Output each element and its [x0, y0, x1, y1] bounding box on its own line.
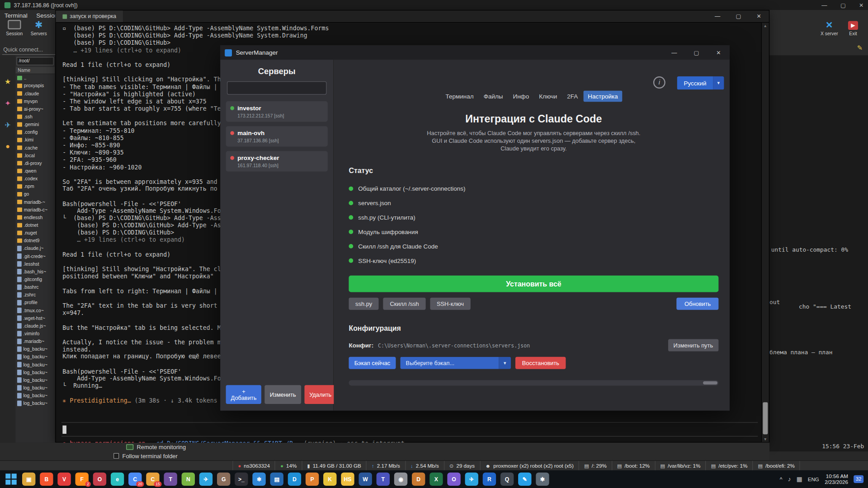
telegram2-icon[interactable]: ✈	[465, 473, 478, 486]
file-row[interactable]: log_backu~	[15, 376, 55, 384]
file-row[interactable]: .claude	[15, 89, 55, 97]
gimp-icon[interactable]: G	[217, 473, 230, 486]
server-search-input[interactable]	[227, 81, 326, 94]
file-row[interactable]: .nuget	[15, 229, 55, 237]
session-button[interactable]: Session	[3, 20, 25, 37]
server-action-button[interactable]: Удалить	[304, 385, 336, 404]
x-server-button[interactable]: ✕ X server	[818, 20, 840, 37]
server-action-button[interactable]: Изменить	[265, 385, 301, 404]
monitor-item[interactable]: ▤ /boot: 12%	[612, 461, 655, 470]
file-row[interactable]: .bashrc	[15, 283, 55, 291]
scroll-up-icon[interactable]: ▲	[762, 24, 769, 28]
hs-icon[interactable]: HS	[341, 473, 354, 486]
file-row[interactable]: go	[15, 190, 55, 198]
server-list-item[interactable]: proxy-checker 161.97.118.40 [ssh]	[226, 151, 328, 171]
tab[interactable]: Файлы	[479, 91, 507, 102]
file-row[interactable]: .mariadb~	[15, 338, 55, 345]
sm-close-button[interactable]: ✕	[708, 45, 730, 60]
restore-button[interactable]: Восстановить	[515, 357, 566, 369]
file-row[interactable]: log_backu~	[15, 369, 55, 376]
file-row[interactable]: .di-proxy	[15, 160, 55, 167]
quick-scan-icon[interactable]: Q	[500, 473, 514, 486]
chrome-beta-icon[interactable]: C 15	[146, 473, 159, 486]
tray-chevron-icon[interactable]: ^	[780, 476, 783, 482]
info-button[interactable]: i	[653, 76, 665, 89]
tab[interactable]: Настройка	[584, 91, 623, 102]
file-row[interactable]: ..	[15, 74, 55, 82]
monitor-item[interactable]: ▤ /: 29%	[579, 461, 612, 470]
monitor-item[interactable]: ▤ /var/lib/vz: 1%	[655, 461, 706, 470]
tab[interactable]: Терминал	[441, 91, 478, 102]
excel-icon[interactable]: X	[429, 473, 443, 486]
quick-connect-input[interactable]: Quick connect...	[2, 45, 56, 55]
file-row[interactable]: myvpn	[15, 98, 55, 105]
tab[interactable]: Инфо	[509, 91, 533, 102]
monitor-item[interactable]: ▮ 11.49 GB / 31.00 GB	[302, 461, 367, 470]
file-row[interactable]: log_backu~	[15, 384, 55, 392]
monitor-item[interactable]: ● ns3063324	[232, 461, 275, 470]
monitor-item[interactable]: ↑ 2.17 Mb/s	[367, 461, 406, 470]
language-select[interactable]: Русский ▾	[677, 76, 724, 89]
settings-icon[interactable]: ✱	[536, 473, 549, 486]
word-icon[interactable]: W	[359, 473, 372, 486]
path-input[interactable]: /root/	[17, 57, 54, 65]
vivaldi-icon[interactable]: V	[57, 473, 71, 486]
tool-button[interactable]: SSH-ключ	[430, 298, 470, 310]
start-button[interactable]	[5, 473, 18, 486]
tab[interactable]: Ключи	[534, 91, 561, 102]
postman-icon[interactable]: P	[306, 473, 319, 486]
servers-button[interactable]: ✱ Servers	[28, 20, 50, 37]
brave-icon[interactable]: B	[40, 473, 53, 486]
file-row[interactable]: log_backu~	[15, 361, 55, 368]
backup-now-button[interactable]: Бэкап сейчас	[349, 357, 396, 369]
install-all-button[interactable]: Установить всё	[349, 276, 718, 292]
menu-item[interactable]: Terminal	[5, 12, 28, 19]
file-row[interactable]: mariadb-c~	[15, 206, 55, 214]
dbeaver-icon[interactable]: D	[412, 473, 425, 486]
camera-icon[interactable]: ◉	[394, 473, 407, 486]
file-row[interactable]: proxyapis	[15, 82, 55, 89]
file-row[interactable]: .bash_his~	[15, 268, 55, 276]
backup-select[interactable]: Выберите бэкап... ▾	[400, 357, 511, 369]
file-row[interactable]: ai-proxy~	[15, 105, 55, 113]
firefox-icon[interactable]: F 2	[75, 473, 89, 486]
scroll-down-icon[interactable]: ▼	[762, 437, 769, 441]
obsidian-icon[interactable]: O	[447, 473, 460, 486]
file-list-header[interactable]: Name	[15, 67, 55, 74]
file-row[interactable]: .wget-hst~	[15, 314, 55, 322]
terminal-maximize-button[interactable]: ▢	[736, 13, 741, 19]
edge-icon[interactable]: e	[111, 473, 124, 486]
close-button[interactable]: ✕	[859, 2, 863, 8]
remote-monitoring-toggle[interactable]: Remote monitoring	[126, 444, 186, 450]
file-row[interactable]: .codex	[15, 175, 55, 183]
tool-button[interactable]: Скилл /ssh	[383, 298, 426, 310]
vscode-icon[interactable]: ✱	[252, 473, 265, 486]
opera-icon[interactable]: O	[93, 473, 106, 486]
file-row[interactable]: .git-crede~	[15, 252, 55, 260]
terminal-close-button[interactable]: ✕	[756, 13, 761, 19]
paint-icon[interactable]: ✎	[518, 473, 531, 486]
server-list-item[interactable]: main-ovh 37.187.136.86 [ssh]	[226, 126, 328, 146]
scrollbar-thumb[interactable]	[703, 381, 717, 385]
clock[interactable]: 10:56 AM 2/23/2026	[825, 473, 848, 485]
terminal-scrollbar[interactable]: ▲ ▼	[761, 23, 769, 442]
monitor-item[interactable]: ▤ /etc/pve: 1%	[706, 461, 753, 470]
file-row[interactable]: .qwen	[15, 167, 55, 175]
change-path-button[interactable]: Изменить путь	[668, 339, 718, 352]
file-row[interactable]: .viminfo	[15, 330, 55, 338]
monitor-item[interactable]: ▤ /boot/efi: 2%	[753, 461, 800, 470]
telegram-plane-icon[interactable]: ✈	[5, 121, 10, 129]
file-row[interactable]: endlessh	[15, 214, 55, 221]
keepass-icon[interactable]: K	[323, 473, 336, 486]
file-row[interactable]: .claude.j~	[15, 244, 55, 252]
network-icon[interactable]: ▦	[797, 475, 802, 483]
monitor-item[interactable]: ↓ 2.54 Mb/s	[406, 461, 444, 470]
theme-brush-icon[interactable]: ✦	[5, 99, 10, 107]
keyboard-layout[interactable]: ENG	[808, 476, 819, 482]
file-row[interactable]: mariadb-~	[15, 198, 55, 206]
file-row[interactable]: .claude.js~	[15, 322, 55, 330]
edit-pencil-icon[interactable]: ✎	[857, 44, 863, 52]
file-row[interactable]: .local	[15, 152, 55, 160]
exit-button[interactable]: ▶ Exit	[843, 20, 864, 37]
teams-icon[interactable]: T	[377, 473, 390, 486]
